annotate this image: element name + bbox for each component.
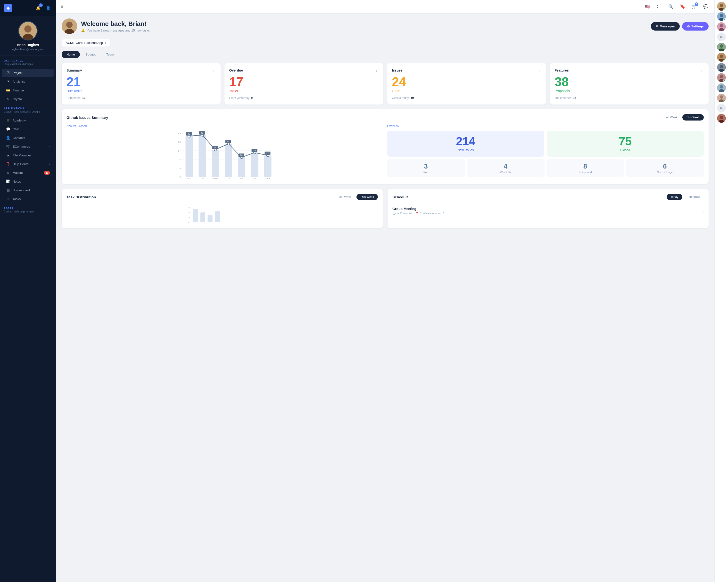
sidebar-item-analytics[interactable]: ◔ Analytics [2,77,54,86]
svg-text:28: 28 [214,146,216,149]
sidebar-item-finance[interactable]: 💳 Finance [2,86,54,94]
task-this-week-tab[interactable]: This Week [357,194,378,200]
svg-point-78 [720,65,723,68]
sidebar-profile-email: hughes.brian@company.com [4,48,52,51]
svg-point-87 [720,95,723,99]
applications-label: APPLICATIONS [4,107,52,110]
crypto-icon: $ [6,97,10,101]
tab-home[interactable]: Home [62,51,80,58]
tabs-nav: Home Budget Team [62,51,709,58]
overview-top: 214 New Issues 75 Closed [387,131,704,157]
messages-icon[interactable]: 💬 [702,3,709,11]
svg-text:40: 40 [188,204,190,205]
sidebar: ◆ 🔔 3 👤 Brian Hughes hughes.brian@compan… [0,0,56,582]
project-selector[interactable]: ACME Corp. Backend App ▾ [62,39,110,47]
user-circle-icon[interactable]: 👤 [45,4,52,11]
welcome-title: Welcome back, Brian! [81,20,647,28]
sidebar-item-ecommerce[interactable]: 🛒 ECommerce › [2,142,54,150]
online-indicator [723,80,726,82]
right-avatar-3[interactable] [717,22,726,31]
sidebar-item-crypto[interactable]: $ Crypto [2,95,54,103]
mini-num: 6 [629,163,700,170]
messages-button[interactable]: ✉ Messages [651,22,680,31]
issues-chart: 45 36 27 18 9 0 [67,131,383,179]
github-issues-card: Github Issues Summary Last Week This Wee… [62,109,709,184]
last-week-tab[interactable]: Last Week [660,114,681,120]
stat-title: Issues [392,68,402,72]
sidebar-item-notes[interactable]: 📝 Notes [2,177,54,186]
mini-card-fixed: 3 Fixed [387,159,465,177]
sidebar-item-academy[interactable]: 🎓 Academy [2,116,54,124]
github-section-title: Github Issues Summary [67,115,108,119]
sidebar-item-label: Finance [12,88,24,92]
right-avatar-placeholder-m2[interactable]: M [717,104,726,113]
right-avatar-1[interactable] [717,2,726,11]
svg-point-69 [720,24,723,27]
tab-team[interactable]: Team [101,51,119,58]
filemanager-icon: ☁ [6,153,10,157]
svg-text:Sat: Sat [253,177,257,179]
svg-text:20: 20 [240,154,242,157]
flag-icon[interactable]: 🇺🇸 [644,3,651,11]
cart-icon[interactable]: 🛒 5 [690,3,698,11]
pages-label: PAGES [4,207,52,210]
svg-text:Tue: Tue [201,177,204,179]
online-indicator [723,59,726,61]
right-avatar-6[interactable] [717,53,726,62]
more-options-icon[interactable]: ⋮ [212,68,216,73]
analytics-icon: ◔ [6,80,10,83]
sidebar-item-mailbox[interactable]: ✉ Mailbox 27 [2,169,54,177]
search-icon[interactable]: 🔍 [667,3,675,11]
settings-button[interactable]: ⚙ Settings [682,22,709,31]
online-indicator [723,8,726,10]
svg-point-4 [66,22,73,28]
schedule-tomorrow-tab[interactable]: Tomorrow [683,194,704,200]
closed-label: Closed [552,148,699,152]
online-indicator [723,19,726,21]
svg-text:25: 25 [253,149,256,151]
fullscreen-icon[interactable]: ⛶ [655,3,663,11]
sidebar-item-scrumboard[interactable]: ▦ Scrumboard [2,186,54,194]
stat-card-overdue: Overdue ⋮ 17 Tasks From yesterday: 9 [225,63,383,105]
right-avatar-12[interactable] [717,114,726,123]
svg-point-75 [720,55,723,58]
task-last-week-tab[interactable]: Last Week [334,194,355,200]
right-avatar-10[interactable] [717,93,726,102]
notification-bell-icon[interactable]: 🔔 3 [34,4,42,11]
sidebar-item-contacts[interactable]: 👤 Contacts [2,134,54,142]
bookmark-icon[interactable]: 🔖 [678,3,686,11]
right-avatar-8[interactable] [717,73,726,82]
more-options-icon[interactable]: ⋮ [374,68,378,73]
sidebar-item-project[interactable]: ☑ Project [2,68,54,77]
sidebar-item-helpcenter[interactable]: ❓ Help Center › [2,160,54,168]
svg-point-81 [720,75,723,78]
this-week-tab[interactable]: This Week [682,114,704,120]
schedule-location: 📍 Conference room 1B [415,212,445,215]
project-selector-label: ACME Corp. Backend App [66,41,103,45]
chevron-right-icon[interactable]: › [703,209,704,213]
overview-label: Overview [387,124,704,128]
stat-card-summary: Summary ⋮ 21 Due Tasks Completed: 13 [62,63,220,105]
sidebar-item-chat[interactable]: 💬 Chat [2,125,54,133]
mini-label: Needs Triage [629,171,700,174]
more-options-icon[interactable]: ⋮ [537,68,541,73]
right-avatar-5[interactable] [717,43,726,51]
stat-footer: Completed: 13 [67,96,216,100]
page-content: Welcome back, Brian! 🔔 You have 2 new me… [56,13,714,582]
svg-text:36: 36 [178,141,181,143]
gear-icon: ⚙ [687,25,690,28]
sidebar-item-label: Chat [12,127,19,131]
sidebar-logo[interactable]: ◆ [4,4,12,12]
right-avatar-7[interactable] [717,63,726,72]
right-avatar-9[interactable] [717,83,726,92]
tab-budget[interactable]: Budget [81,51,101,58]
schedule-today-tab[interactable]: Today [667,194,682,200]
github-section-header: Github Issues Summary Last Week This Wee… [67,114,704,120]
sidebar-item-filemanager[interactable]: ☁ File Manager [2,151,54,159]
menu-icon[interactable]: ≡ [61,4,63,9]
sidebar-item-label: Notes [12,180,21,183]
right-avatar-2[interactable] [717,12,726,21]
right-avatar-placeholder-m1[interactable]: M [717,32,726,41]
more-options-icon[interactable]: ⋮ [700,68,704,73]
sidebar-item-tasks[interactable]: ⊙ Tasks [2,195,54,203]
